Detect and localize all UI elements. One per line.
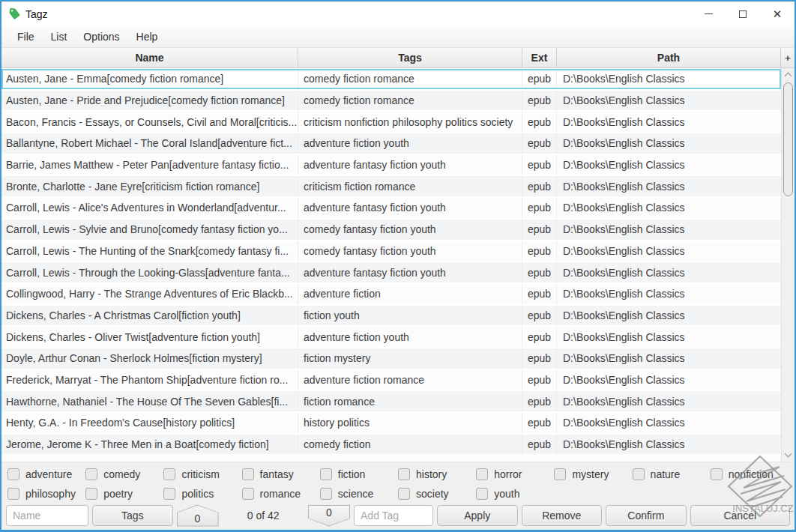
tag-checkbox-romance[interactable]: romance [242, 488, 320, 500]
cell-ext: epub [522, 91, 557, 111]
table-row[interactable]: Carroll, Lewis - Alice's Adventures in W… [1, 197, 781, 219]
tag-checkbox-poetry[interactable]: poetry [85, 488, 163, 500]
table-row[interactable]: Carroll, Lewis - The Hunting of the Snar… [1, 241, 781, 262]
tag-checkbox-nonfiction[interactable]: nonfiction [711, 468, 789, 480]
checkbox-icon[interactable] [398, 468, 410, 480]
tag-checkbox-label: science [338, 488, 373, 500]
table-row[interactable]: Hawthorne, Nathaniel - The House Of The … [1, 390, 781, 412]
cell-ext: epub [522, 284, 557, 304]
checkbox-icon[interactable] [7, 488, 19, 500]
tag-checkbox-comedy[interactable]: comedy [85, 468, 163, 480]
add-column-button[interactable]: + [781, 48, 795, 67]
tags-button[interactable]: Tags [92, 505, 173, 526]
checkbox-icon[interactable] [398, 488, 410, 500]
tag-checkbox-philosophy[interactable]: philosophy [7, 488, 85, 500]
table-row[interactable]: Doyle, Arthur Conan - Sherlock Holmes[fi… [1, 348, 781, 369]
tag-checkbox-fiction[interactable]: fiction [320, 468, 398, 480]
menu-file[interactable]: File [9, 26, 43, 47]
cell-name: Doyle, Arthur Conan - Sherlock Holmes[fi… [1, 348, 298, 369]
cell-ext: epub [522, 435, 557, 455]
cell-ext: epub [522, 262, 557, 282]
apply-button[interactable]: Apply [437, 505, 518, 526]
table-row[interactable]: Bacon, Francis - Essays, or Counsels, Ci… [1, 111, 781, 133]
tag-checkbox-fantasy[interactable]: fantasy [242, 468, 320, 480]
cell-path: D:\Books\English Classics [557, 306, 781, 326]
tag-checkbox-politics[interactable]: politics [163, 488, 241, 500]
chevron-down-icon [785, 450, 792, 458]
cell-name: Hawthorne, Nathaniel - The House Of The … [1, 391, 298, 411]
table-row[interactable]: Dickens, Charles - Oliver Twist[adventur… [1, 326, 781, 348]
checkbox-icon[interactable] [476, 468, 488, 480]
cell-tags: criticism fiction romance [298, 176, 522, 196]
table-row[interactable]: Ballantyne, Robert Michael - The Coral I… [1, 133, 781, 154]
tag-checkbox-youth[interactable]: youth [476, 488, 554, 500]
cell-name: Collingwood, Harry - The Strange Adventu… [1, 284, 298, 304]
checkbox-icon[interactable] [711, 468, 723, 480]
menu-options[interactable]: Options [75, 26, 127, 47]
checkbox-icon[interactable] [320, 468, 332, 480]
scrollbar-track[interactable] [782, 81, 795, 449]
tag-checkbox-nature[interactable]: nature [633, 468, 711, 480]
scroll-down-button[interactable] [782, 449, 795, 462]
tag-checkbox-label: fiction [338, 468, 366, 480]
table-row[interactable]: Frederick, Marryat - The Phantom Ship[ad… [1, 369, 781, 391]
table-row[interactable]: Henty, G.A. - In Freedom's Cause[history… [1, 412, 781, 434]
cancel-button[interactable]: Cancel [690, 505, 790, 526]
scroll-up-button[interactable] [782, 68, 795, 81]
add-tag-input[interactable] [354, 505, 433, 526]
cell-path: D:\Books\English Classics [557, 112, 781, 132]
scrollbar-thumb[interactable] [783, 82, 793, 196]
tag-checkbox-history[interactable]: history [398, 468, 476, 480]
checkbox-icon[interactable] [85, 468, 97, 480]
table-row[interactable]: Carroll, Lewis - Through the Looking-Gla… [1, 262, 781, 283]
cell-ext: epub [522, 112, 557, 132]
cell-tags: fiction mystery [298, 348, 522, 369]
menu-help[interactable]: Help [128, 26, 166, 47]
close-button[interactable]: ✕ [760, 1, 795, 26]
cell-name: Bronte, Charlotte - Jane Eyre[criticism … [1, 176, 298, 196]
table-row[interactable]: Collingwood, Harry - The Strange Adventu… [1, 283, 781, 305]
checkbox-icon[interactable] [163, 488, 175, 500]
checkbox-icon[interactable] [242, 488, 254, 500]
checkbox-icon[interactable] [476, 488, 488, 500]
cell-name: Barrie, James Matthew - Peter Pan[advent… [1, 155, 298, 175]
minimize-button[interactable] [691, 1, 726, 26]
table-row[interactable]: Dickens, Charles - A Christmas Carol[fic… [1, 305, 781, 327]
column-header-name[interactable]: Name [1, 48, 298, 67]
tag-checkbox-horror[interactable]: horror [476, 468, 554, 480]
column-header-path[interactable]: Path [557, 48, 781, 67]
vertical-scrollbar[interactable] [781, 68, 795, 462]
tag-checkbox-adventure[interactable]: adventure [7, 468, 85, 480]
maximize-button[interactable] [726, 1, 760, 26]
table-row[interactable]: Jerome, Jerome K - Three Men in a Boat[c… [1, 434, 781, 456]
table-row[interactable]: Bronte, Charlotte - Jane Eyre[criticism … [1, 175, 781, 197]
name-filter-input[interactable] [6, 505, 88, 526]
menu-list[interactable]: List [43, 26, 76, 47]
count-up-button[interactable]: 0 [177, 505, 219, 527]
tag-checkbox-society[interactable]: society [398, 488, 476, 500]
count-down-button[interactable]: 0 [308, 505, 350, 527]
tag-icon [8, 7, 21, 20]
column-header-tags[interactable]: Tags [298, 48, 522, 67]
tag-checkbox-label: history [416, 468, 447, 480]
table-row[interactable]: Austen, Jane - Emma[comedy fiction roman… [1, 68, 781, 90]
tag-checkbox-criticism[interactable]: criticism [163, 468, 241, 480]
cell-tags: adventure fantasy fiction youth [298, 198, 522, 218]
table-row[interactable]: Barrie, James Matthew - Peter Pan[advent… [1, 154, 781, 176]
checkbox-icon[interactable] [633, 468, 645, 480]
cell-tags: comedy fantasy fiction youth [298, 220, 522, 240]
checkbox-icon[interactable] [554, 468, 566, 480]
table-row[interactable]: Carroll, Lewis - Sylvie and Bruno[comedy… [1, 219, 781, 241]
table-row[interactable]: Austen, Jane - Pride and Prejudice[comed… [1, 90, 781, 112]
checkbox-icon[interactable] [320, 488, 332, 500]
column-header-ext[interactable]: Ext [522, 48, 557, 67]
tag-checkbox-mystery[interactable]: mystery [554, 468, 632, 480]
cell-ext: epub [522, 69, 557, 89]
confirm-button[interactable]: Confirm [606, 505, 687, 526]
checkbox-icon[interactable] [85, 488, 97, 500]
checkbox-icon[interactable] [163, 468, 175, 480]
tag-checkbox-science[interactable]: science [320, 488, 398, 500]
checkbox-icon[interactable] [7, 468, 19, 480]
remove-button[interactable]: Remove [522, 505, 603, 526]
checkbox-icon[interactable] [242, 468, 254, 480]
